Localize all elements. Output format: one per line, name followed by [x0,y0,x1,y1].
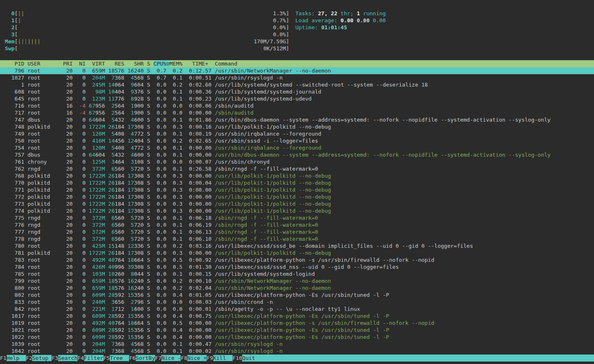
process-row-pid-1042[interactable]: 1042 root 20 0 204M 7368 4568 S 0.0 0.1 … [0,348,594,355]
process-row-pid-1017[interactable]: 1017 root 20 0 609M 28592 15356 S 0.0 0.… [0,312,594,319]
cell-mem-percent: 0.1 [170,348,186,354]
cell-res [108,299,111,305]
column-header-pri[interactable]: PRI [63,61,76,67]
process-row-pid-774[interactable]: 774 polkitd 20 0 1722M 26184 17308 S 0.0… [0,207,594,214]
fkey-tree-button[interactable]: F5Tree [104,355,130,362]
process-row-pid-775[interactable]: 775 rngd 20 0 372M 6560 5720 S 0.0 0.1 0… [0,214,594,221]
process-row-pid-768[interactable]: 768 polkitd 20 0 1722M 26184 17308 S 0.0… [0,172,594,179]
process-row-pid-1039[interactable]: 1039 root 20 0 204M 7368 4568 S 0.0 0.1 … [0,341,594,348]
column-header-cpu-sorted[interactable]: CPU%▽ [153,61,170,67]
column-header-state[interactable]: S [147,61,153,67]
column-header-ni[interactable]: NI [76,61,89,67]
cell-user: rngd [28,229,63,235]
fkey-search-button[interactable]: F3Search [52,355,78,362]
fkey-nice-button[interactable]: F8Nice + [181,355,207,362]
fkey-number: F3 [52,355,58,361]
cell-pid: 772 [2,194,28,200]
process-row-pid-1021[interactable]: 1021 root 20 0 609M 28592 15356 S 0.0 0.… [0,326,594,333]
process-row-pid-1[interactable]: 1 root 20 0 245M 14064 9604 S 0.0 0.2 0:… [0,81,594,88]
process-row-pid-716[interactable]: 716 root 16 -4 67956 2564 1900 S 0.0 0.0… [0,102,594,109]
fkey-action-label: Tree [110,355,129,361]
fkey-filter-button[interactable]: F4Filter [78,355,104,362]
process-row-pid-1022[interactable]: 1022 root 20 0 609M 28592 15356 S 0.0 0.… [0,333,594,341]
cell-shr: 308 [134,180,144,186]
column-header-virt[interactable]: VIRT [89,61,108,67]
cell-shr: 5 [131,166,134,172]
process-row-pid-1019[interactable]: 1019 root 20 0 492M 40764 18664 S 0.0 0.… [0,319,594,326]
cell-virt [89,271,92,277]
process-row-pid-802[interactable]: 802 root 20 0 609M 28592 15356 S 0.0 0.4… [0,291,594,298]
process-row-pid-608[interactable]: 608 root 20 0 98M 10404 9376 S 0.0 0.1 0… [0,88,594,95]
cell-res: 40 [108,264,115,270]
cell-mem-percent: 0.4 [170,327,186,333]
process-row-pid-749[interactable]: 749 root 20 0 120M 5408 4772 S 0.0 0.1 0… [0,130,594,137]
process-row-pid-796[interactable]: 796 root 20 0 659M 18576 16240 S 0.7 0.2… [0,67,594,74]
process-row-pid-783[interactable]: 783 root 20 0 492M 40764 18664 S 0.0 0.5… [0,256,594,263]
cell-user: root [28,257,63,263]
process-row-pid-799[interactable]: 799 root 20 0 659M 18576 16240 S 0.0 0.2… [0,277,594,284]
fkey-quit-button[interactable]: F10Quit [233,355,594,362]
cell-res: 368 [115,348,124,354]
process-row-pid-748[interactable]: 748 polkitd 20 0 1722M 26184 17308 S 0.0… [0,123,594,130]
process-row-pid-800[interactable]: 800 root 20 0 659M 18576 16240 S 0.0 0.2… [0,284,594,291]
column-header-command[interactable]: Command [215,61,238,67]
fkey-setup-button[interactable]: F2Setup [26,355,52,362]
process-row-pid-781[interactable]: 781 polkitd 20 0 1722M 26184 17308 S 0.0… [0,249,594,256]
cell-pid: 1022 [2,334,28,340]
column-header-res[interactable]: RES [108,61,127,67]
process-row-pid-750[interactable]: 750 root 20 0 416M 14456 12404 S 0.0 0.2… [0,137,594,144]
column-header-shr[interactable]: SHR [127,61,147,67]
fkey-help-button[interactable]: F1Help [0,355,26,362]
process-row-pid-780[interactable]: 780 root 20 0 425M 15148 12336 S 0.0 0.2… [0,242,594,249]
cell-mem-percent: 0.5 [170,257,186,263]
process-row-pid-762[interactable]: 762 rngd 20 0 372M 6560 5720 S 0.0 0.1 0… [0,165,594,172]
process-row-pid-645[interactable]: 645 root 20 0 123M 11776 8928 S 0.0 0.1 … [0,95,594,102]
process-row-pid-771[interactable]: 771 polkitd 20 0 1722M 26184 17308 S 0.0… [0,186,594,193]
process-row-pid-778[interactable]: 778 rngd 20 0 372M 6560 5720 S 0.0 0.1 0… [0,235,594,242]
cell-res: 404 [115,89,124,95]
process-row-pid-754[interactable]: 754 root 20 0 120M 5408 4772 S 0.0 0.1 0… [0,144,594,151]
cell-user: root [28,334,63,340]
cell-user: root [28,96,63,102]
process-row-pid-784[interactable]: 784 root 20 0 426M 40996 39308 S 0.0 0.5… [0,263,594,270]
cell-mem-percent: 0.5 [170,264,186,270]
cell-mem-percent: 0.1 [170,152,186,158]
cell-res: 26 [108,180,115,186]
column-header-mem[interactable]: MEM% [170,61,186,67]
cell-user: rngd [28,222,63,228]
process-row-pid-770[interactable]: 770 polkitd 20 0 1722M 26184 17308 S 0.0… [0,179,594,186]
cell-ni: 0 [76,201,89,207]
process-row-pid-776[interactable]: 776 rngd 20 0 372M 6560 5720 S 0.0 0.1 0… [0,221,594,228]
tasks-text: thr; [337,10,357,16]
cell-ni: 0 [76,117,89,123]
cell-shr: 4 [131,117,134,123]
process-row-pid-747[interactable]: 747 dbus 20 0 64604 5432 4600 S 0.0 0.1 … [0,116,594,123]
cell-res [108,159,111,165]
process-row-pid-717[interactable]: 717 root 16 -4 67956 2564 1900 S 0.0 0.0… [0,109,594,116]
column-header-time[interactable]: TIME+ [186,61,214,67]
process-row-pid-1027[interactable]: 1027 root 20 0 204M 7368 4568 S 0.7 0.1 … [0,74,594,81]
process-row-pid-757[interactable]: 757 dbus 20 0 64604 5432 4600 S 0.0 0.1 … [0,151,594,158]
cell-res: 592 [115,313,124,319]
cell-user: root [28,82,63,88]
cell-mem-percent: 0.0 [170,103,186,109]
process-row-pid-773[interactable]: 773 polkitd 20 0 1722M 26184 17308 S 0.0… [0,200,594,207]
fkey-sortby-button[interactable]: F6SortBy [129,355,155,362]
process-row-pid-785[interactable]: 785 root 20 0 103M 10260 8044 S 0.0 0.1 … [0,270,594,277]
cell-pri: 20 [63,166,76,172]
cell-time: 0:06.19 [186,222,214,228]
process-row-pid-761[interactable]: 761 chrony 20 0 125M 3464 3108 S 0.0 0.0… [0,158,594,165]
fkey-nice-button[interactable]: F7Nice - [155,355,181,362]
process-row-pid-772[interactable]: 772 polkitd 20 0 1722M 26184 17308 S 0.0… [0,193,594,200]
column-header-pid[interactable]: PID [2,61,28,67]
cell-cpu-percent: 0.0 [153,194,170,200]
cell-mem-percent: 0.1 [170,96,186,102]
cell-state: S [147,348,153,354]
process-row-pid-833[interactable]: 833 root 20 0 240M 3656 2796 S 0.0 0.0 0… [0,298,594,305]
column-header-user[interactable]: USER [28,61,63,67]
process-row-pid-777[interactable]: 777 rngd 20 0 372M 6560 5720 S 0.0 0.1 0… [0,228,594,235]
meter-close-bracket: ] [286,38,289,45]
process-row-pid-842[interactable]: 842 root 20 0 221M 1712 1600 S 0.0 0.0 0… [0,305,594,312]
cell-res [108,215,111,221]
fkey-kill-button[interactable]: F9Kill [207,355,233,362]
